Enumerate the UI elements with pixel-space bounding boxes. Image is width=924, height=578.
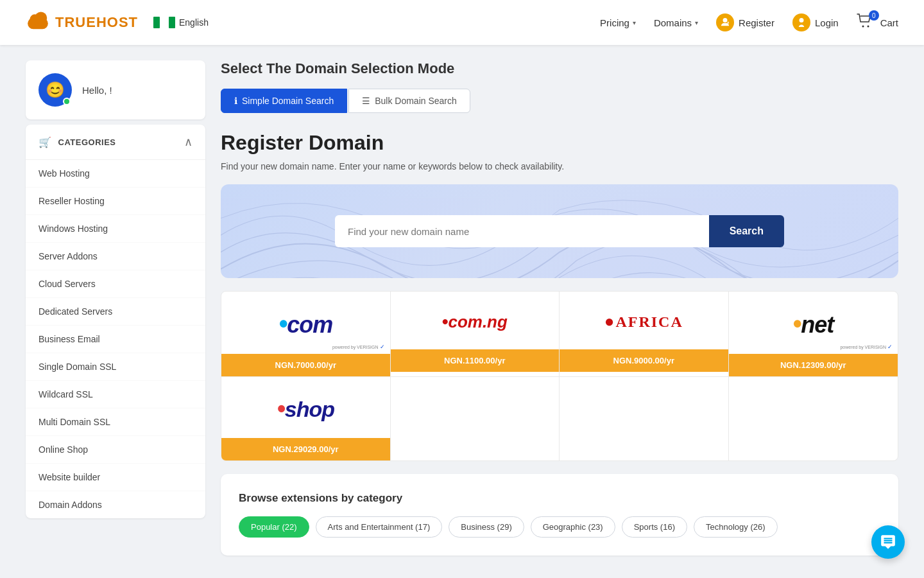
category-business[interactable]: Business (29) <box>449 516 524 538</box>
sidebar-item-single-ssl[interactable]: Single Domain SSL <box>26 353 205 381</box>
tld-comng-logo: •com.ng <box>391 292 560 349</box>
tld-com-logo: •com powered by VERISIGN ✓ <box>221 292 390 354</box>
nav-pricing[interactable]: Pricing ▾ <box>600 17 636 28</box>
categories-label: CATEGORIES <box>58 137 116 147</box>
sidebar-item-dedicated-servers[interactable]: Dedicated Servers <box>26 298 205 326</box>
sidebar-item-website-builder[interactable]: Website builder <box>26 464 205 491</box>
user-card: 😊 Hello, ! <box>26 60 205 119</box>
tld-net-price: NGN.12309.00/yr <box>729 354 898 376</box>
search-input[interactable] <box>335 215 709 247</box>
search-banner: Search <box>221 184 898 278</box>
category-sports[interactable]: Sports (16) <box>622 516 687 538</box>
sidebar-item-reseller-hosting[interactable]: Reseller Hosting <box>26 188 205 215</box>
page-layout: 😊 Hello, ! 🛒 CATEGORIES ∧ Web Hosting Re… <box>0 45 924 571</box>
nav-pricing-label: Pricing <box>600 17 629 28</box>
mode-heading: Select The Domain Selection Mode <box>221 60 898 77</box>
register-sub: Find your new domain name. Enter your na… <box>221 161 898 171</box>
domains-caret-icon: ▾ <box>695 19 698 26</box>
login-icon <box>792 13 810 31</box>
sidebar: 😊 Hello, ! 🛒 CATEGORIES ∧ Web Hosting Re… <box>26 60 205 556</box>
tld-card-comng[interactable]: •com.ng NGN.1100.00/yr <box>391 292 560 377</box>
svg-point-2 <box>35 12 47 24</box>
chat-button[interactable] <box>871 525 905 559</box>
register-heading: Register Domain <box>221 131 898 155</box>
category-tags: Popular (22) Arts and Entertainment (17)… <box>239 516 880 538</box>
register-label: Register <box>739 17 774 28</box>
cart-button[interactable]: 0 Cart <box>857 13 898 31</box>
info-icon: ℹ <box>234 96 237 106</box>
logo-link[interactable]: TRUEHOST <box>26 10 138 35</box>
tld-empty-3 <box>729 377 898 460</box>
login-button[interactable]: Login <box>792 13 839 31</box>
logo-icon <box>26 10 50 35</box>
tld-africa-price: NGN.9000.00/yr <box>560 349 728 372</box>
flag-icon <box>153 17 175 28</box>
categories-title: 🛒 CATEGORIES <box>38 136 116 148</box>
language-selector[interactable]: English <box>153 17 209 28</box>
sidebar-item-cloud-servers[interactable]: Cloud Servers <box>26 270 205 298</box>
tld-shop-logo: •shop <box>221 377 390 438</box>
browse-title: Browse extensions by category <box>239 492 880 505</box>
category-geographic[interactable]: Geographic (23) <box>531 516 615 538</box>
tld-card-shop[interactable]: •shop NGN.29029.00/yr <box>221 377 391 460</box>
tld-grid-row2: •shop NGN.29029.00/yr <box>221 377 898 461</box>
avatar-online-dot <box>63 98 71 105</box>
svg-point-3 <box>862 26 864 28</box>
sidebar-item-wildcard-ssl[interactable]: Wildcard SSL <box>26 381 205 408</box>
logo-text: TRUEHOST <box>55 14 138 31</box>
sidebar-item-server-addons[interactable]: Server Addons <box>26 243 205 270</box>
cart-badge: 0 <box>869 10 879 21</box>
tld-com-price: NGN.7000.00/yr <box>221 354 390 376</box>
tab-simple-domain-search[interactable]: ℹ Simple Domain Search <box>221 89 347 113</box>
tld-shop-price: NGN.29029.00/yr <box>221 438 390 460</box>
tld-empty-2 <box>560 377 729 460</box>
tld-net-logo: •net powered by VERISIGN ✓ <box>729 292 898 354</box>
list-icon: ☰ <box>362 96 370 106</box>
tld-card-africa[interactable]: ●AFRICA NGN.9000.00/yr <box>560 292 729 377</box>
sidebar-categories-header: 🛒 CATEGORIES ∧ <box>26 125 205 160</box>
sidebar-item-web-hosting[interactable]: Web Hosting <box>26 160 205 188</box>
search-button[interactable]: Search <box>709 215 784 247</box>
header-nav: Pricing ▾ Domains ▾ Register Login <box>600 13 898 31</box>
category-popular[interactable]: Popular (22) <box>239 516 309 538</box>
sidebar-menu: 🛒 CATEGORIES ∧ Web Hosting Reseller Host… <box>26 125 205 518</box>
language-label: English <box>179 17 209 28</box>
browse-section: Browse extensions by category Popular (2… <box>221 474 898 556</box>
nav-domains[interactable]: Domains ▾ <box>654 17 698 28</box>
register-button[interactable]: Register <box>716 13 774 31</box>
nav-domains-label: Domains <box>654 17 692 28</box>
sidebar-collapse-button[interactable]: ∧ <box>184 135 193 149</box>
tld-card-net[interactable]: •net powered by VERISIGN ✓ NGN.12309.00/… <box>729 292 898 377</box>
category-technology[interactable]: Technology (26) <box>694 516 778 538</box>
categories-cart-icon: 🛒 <box>38 136 52 148</box>
login-label: Login <box>815 17 839 28</box>
tab-simple-label: Simple Domain Search <box>242 96 334 106</box>
cart-icon: 0 <box>857 13 876 31</box>
header: TRUEHOST English Pricing ▾ Domains ▾ Reg… <box>0 0 924 45</box>
sidebar-item-windows-hosting[interactable]: Windows Hosting <box>26 215 205 243</box>
tld-empty-1 <box>391 377 560 460</box>
svg-point-4 <box>867 26 869 28</box>
sidebar-item-online-shop[interactable]: Online Shop <box>26 436 205 464</box>
tld-card-com[interactable]: •com powered by VERISIGN ✓ NGN.7000.00/y… <box>221 292 391 377</box>
mode-tabs: ℹ Simple Domain Search ☰ Bulk Domain Sea… <box>221 89 898 113</box>
chat-icon <box>880 534 896 550</box>
search-row: Search <box>335 215 784 247</box>
cart-label: Cart <box>880 17 898 28</box>
tab-bulk-domain-search[interactable]: ☰ Bulk Domain Search <box>348 89 470 113</box>
tld-africa-logo: ●AFRICA <box>560 292 728 349</box>
category-arts[interactable]: Arts and Entertainment (17) <box>316 516 443 538</box>
sidebar-item-multi-ssl[interactable]: Multi Domain SSL <box>26 408 205 436</box>
register-icon <box>716 13 734 31</box>
hello-text: Hello, ! <box>82 85 112 96</box>
pricing-caret-icon: ▾ <box>633 19 636 26</box>
tld-comng-price: NGN.1100.00/yr <box>391 349 560 372</box>
tab-bulk-label: Bulk Domain Search <box>375 96 457 106</box>
sidebar-item-domain-addons[interactable]: Domain Addons <box>26 491 205 518</box>
sidebar-item-business-email[interactable]: Business Email <box>26 326 205 353</box>
main-content: Select The Domain Selection Mode ℹ Simpl… <box>221 60 898 556</box>
avatar: 😊 <box>38 73 72 107</box>
tld-grid-row1: •com powered by VERISIGN ✓ NGN.7000.00/y… <box>221 291 898 378</box>
